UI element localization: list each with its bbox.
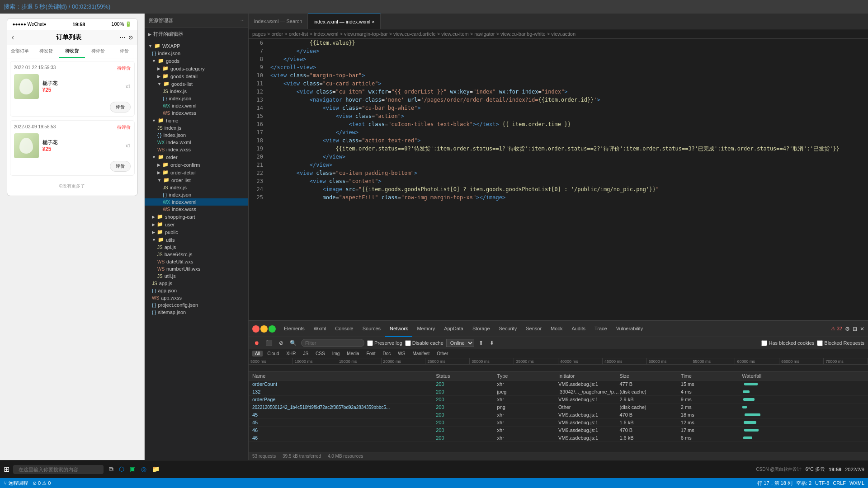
import-har-button[interactable]: ⬆ [477, 339, 485, 347]
net-row-132[interactable]: 132 200 jpeg :39042/..._/pageframe_/page… [249, 388, 868, 396]
app-icon-vscode[interactable]: ⬡ [117, 465, 126, 473]
dt-tab-elements[interactable]: Elements [279, 321, 309, 337]
throttle-select[interactable]: Online [446, 339, 474, 347]
file-index-json-1[interactable]: { } index.json [145, 95, 248, 102]
back-button[interactable]: ‹ [12, 33, 14, 42]
encoding-indicator[interactable]: UTF-8 [815, 480, 829, 486]
app-icon-taskview[interactable]: ⧉ [107, 465, 115, 473]
filter-doc[interactable]: Doc [380, 351, 394, 357]
net-row-45-2[interactable]: 45 200 xhr VM9.asdebug.js:1 1.6 kB 12 ms [249, 419, 868, 427]
col-initiator[interactable]: Initiator [558, 373, 619, 379]
filter-ws[interactable]: WS [395, 351, 408, 357]
blocked-cookies-label[interactable]: Has blocked cookies [761, 340, 814, 346]
explorer-menu[interactable]: ··· [241, 17, 245, 24]
windows-start[interactable]: ⊞ [4, 465, 9, 474]
filter-other[interactable]: Other [434, 351, 451, 357]
dt-tab-mock[interactable]: Mock [546, 321, 567, 337]
order-list-folder[interactable]: ▼ 📁 order-list [145, 176, 248, 184]
filter-cloud[interactable]: Cloud [264, 351, 282, 357]
app-icon-wechat-devtools[interactable]: ▣ [128, 465, 137, 473]
blocked-cookies-checkbox[interactable] [761, 340, 767, 346]
order-list-index-json[interactable]: { } index.json [145, 191, 248, 198]
dt-tab-sources[interactable]: Sources [358, 321, 385, 337]
net-row-46-2[interactable]: 46 200 xhr VM9.asdebug.js:1 1.6 kB 6 ms [249, 434, 868, 442]
home-index-json[interactable]: { } index.json [145, 131, 248, 139]
order-list-index-wxml[interactable]: WX index.wxml [145, 198, 248, 206]
col-type[interactable]: Type [497, 373, 558, 379]
col-size[interactable]: Size [619, 373, 680, 379]
file-index-wxss-1[interactable]: WS index.wxss [145, 109, 248, 117]
net-row-img[interactable]: 20221205001242_1b4c510fd9f9d72ac2f3857bd… [249, 404, 868, 411]
tab-pending-ship[interactable]: 待发货 [33, 45, 59, 58]
filter-manifest[interactable]: Manifest [410, 351, 432, 357]
app-wxss[interactable]: WS app.wxss [145, 294, 248, 301]
record-button[interactable]: ⏺ [252, 339, 261, 347]
cursor-position[interactable]: 行 17，第 18 列 [757, 480, 793, 487]
error-indicator[interactable]: ⊘ 0 ⚠ 0 [33, 480, 51, 486]
close-icon[interactable]: ✕ [860, 326, 864, 332]
dock-icon[interactable]: ⊟ [853, 326, 857, 332]
goods-folder[interactable]: ▼ 📁 goods [145, 57, 248, 65]
goods-category-folder[interactable]: ▶ 📁 goods-category [145, 65, 248, 72]
dt-tab-vulnerability[interactable]: Vulnerability [612, 321, 648, 337]
filter-font[interactable]: Font [364, 351, 378, 357]
home-index-wxml[interactable]: WX index.wxml [145, 139, 248, 146]
col-waterfall[interactable]: Waterfall [742, 373, 864, 379]
review-button-1[interactable]: 评价 [110, 102, 131, 113]
filter-all[interactable]: All [252, 351, 263, 357]
public-folder[interactable]: ▶ 📁 public [145, 228, 248, 236]
filter-js[interactable]: JS [300, 351, 311, 357]
preserve-log-checkbox[interactable] [367, 340, 373, 346]
stop-button[interactable]: ⬛ [264, 339, 274, 347]
tab-pending-receive[interactable]: 待收货 [59, 45, 85, 58]
dt-tab-wxml[interactable]: Wxml [309, 321, 331, 337]
dt-tab-network[interactable]: Network [385, 321, 412, 337]
tab-all-orders[interactable]: 全部订单 [7, 45, 33, 58]
file-index-wxml-1[interactable]: WX index.wxml [145, 102, 248, 109]
file-index-json-root[interactable]: { } index.json [145, 50, 248, 57]
language-indicator[interactable]: WXML [849, 480, 864, 486]
sitemap-json[interactable]: { } sitemap.json [145, 309, 248, 316]
camera-icon[interactable]: ⊙ [128, 34, 133, 41]
order-confirm-folder[interactable]: ▶ 📁 order-confirm [145, 161, 248, 169]
filter-xhr[interactable]: XHR [283, 351, 298, 357]
order-folder[interactable]: ▼ 📁 order [145, 153, 248, 161]
net-row-45-1[interactable]: 45 200 xhr VM9.asdebug.js:1 470 B 18 ms [249, 411, 868, 419]
export-har-button[interactable]: ⬇ [488, 339, 496, 347]
net-row-46-1[interactable]: 46 200 xhr VM9.asdebug.js:1 470 B 17 ms [249, 427, 868, 434]
goods-list-folder[interactable]: ▼ 📁 goods-list [145, 80, 248, 88]
blocked-requests-label[interactable]: Blocked Requests [817, 340, 864, 346]
app-icon-edge[interactable]: ◎ [139, 465, 148, 473]
dt-tab-trace[interactable]: Trace [590, 321, 612, 337]
dateutil-wxs[interactable]: WS dateUtil.wxs [145, 258, 248, 265]
dt-tab-sensor[interactable]: Sensor [521, 321, 546, 337]
numberutil-wxs[interactable]: WS numberUtil.wxs [145, 265, 248, 272]
review-button-2[interactable]: 评价 [110, 161, 131, 172]
git-branch[interactable]: ⑂ 远程调程 [4, 480, 28, 487]
dt-tab-storage[interactable]: Storage [468, 321, 495, 337]
tab-pending-review[interactable]: 待评价 [85, 45, 111, 58]
disable-cache-checkbox[interactable] [405, 340, 411, 346]
api-js[interactable]: JS api.js [145, 244, 248, 251]
goods-detail-folder[interactable]: ▶ 📁 goods-detail [145, 72, 248, 80]
filter-input[interactable] [301, 339, 364, 347]
blocked-requests-checkbox[interactable] [817, 340, 823, 346]
code-editor[interactable]: 678910 1112131415 1617181920 2122232425 … [249, 39, 868, 320]
tab-reviewed[interactable]: 评价 [111, 45, 137, 58]
net-row-ordercount[interactable]: orderCount 200 xhr VM9.asdebug.js:1 477 … [249, 380, 868, 388]
filter-css[interactable]: CSS [313, 351, 328, 357]
editor-tab-active[interactable]: index.wxml — index.wxml × [308, 14, 380, 29]
home-index-js[interactable]: JS index.js [145, 124, 248, 131]
order-list-index-js[interactable]: JS index.js [145, 184, 248, 191]
filter-toggle-button[interactable]: 🔍 [288, 339, 298, 347]
devtools-minimize-button[interactable] [260, 325, 268, 333]
dt-tab-security[interactable]: Security [495, 321, 522, 337]
dt-tab-console[interactable]: Console [330, 321, 358, 337]
taskbar-search[interactable] [13, 465, 104, 474]
filter-media[interactable]: Media [344, 351, 362, 357]
user-folder[interactable]: ▶ 📁 user [145, 221, 248, 228]
app-js[interactable]: JS app.js [145, 280, 248, 287]
settings-icon[interactable]: ⚙ [845, 326, 850, 332]
menu-dots[interactable]: ··· [119, 33, 125, 42]
base64src-js[interactable]: JS base64src.js [145, 251, 248, 258]
